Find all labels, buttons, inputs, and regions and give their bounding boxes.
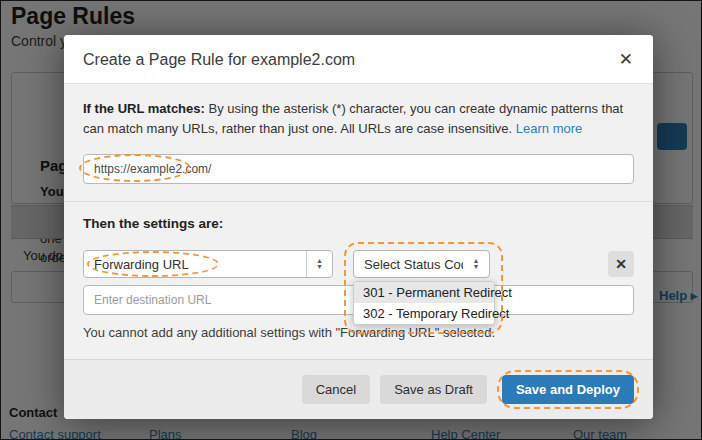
settings-heading: Then the settings are: <box>83 216 223 231</box>
remove-icon: ✕ <box>615 256 627 272</box>
setting-type-value: Forwarding URL <box>84 257 306 272</box>
menu-option-301[interactable]: 301 - Permanent Redirect <box>354 282 494 303</box>
learn-more-link[interactable]: Learn more <box>516 121 582 136</box>
status-code-menu: 301 - Permanent Redirect 302 - Temporary… <box>353 281 495 325</box>
select-arrows-icon: ▴▾ <box>306 251 332 277</box>
close-icon[interactable]: ✕ <box>615 47 637 72</box>
status-code-select[interactable]: Select Status Code ▴▾ <box>353 250 490 278</box>
cancel-button[interactable]: Cancel <box>302 375 370 404</box>
settings-note: You cannot add any additional settings w… <box>83 325 495 340</box>
save-and-deploy-button[interactable]: Save and Deploy <box>502 375 634 404</box>
status-code-value: Select Status Code <box>354 257 463 272</box>
section-divider <box>64 201 653 202</box>
modal-footer: Cancel Save as Draft Save and Deploy <box>64 359 653 419</box>
remove-setting-button[interactable]: ✕ <box>608 251 634 277</box>
annotation-save-deploy-highlight: Save and Deploy <box>497 370 639 409</box>
create-page-rule-modal: Create a Page Rule for example2.com ✕ If… <box>64 35 653 419</box>
menu-option-302[interactable]: 302 - Temporary Redirect <box>354 303 494 324</box>
url-match-label: If the URL matches: <box>83 101 205 116</box>
url-pattern-input[interactable] <box>83 154 634 184</box>
select-arrows-icon: ▴▾ <box>463 251 489 277</box>
setting-type-select[interactable]: Forwarding URL ▴▾ <box>83 250 333 278</box>
url-match-description: If the URL matches: By using the asteris… <box>83 99 638 139</box>
save-as-draft-button[interactable]: Save as Draft <box>380 375 487 404</box>
modal-title: Create a Page Rule for example2.com <box>83 51 355 69</box>
modal-header: Create a Page Rule for example2.com ✕ <box>64 35 653 84</box>
